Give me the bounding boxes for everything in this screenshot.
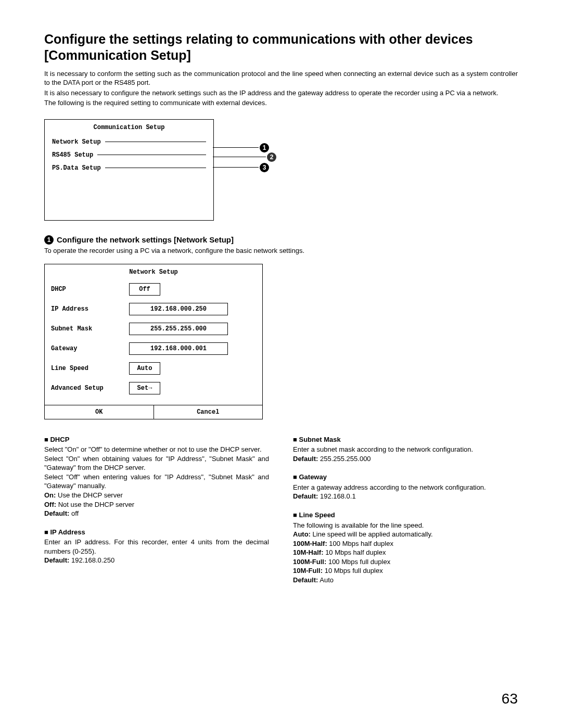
net-value-ip[interactable]: 192.168.000.250	[129, 303, 228, 315]
key: 10M-Half:	[293, 548, 324, 556]
value: Line speed will be applied automatically…	[311, 530, 433, 538]
section-heading: 1 Configure the network settings [Networ…	[44, 235, 518, 245]
right-column: ■ Subnet Mask Enter a subnet mask accord…	[293, 435, 518, 594]
key: Default:	[44, 509, 69, 517]
cancel-button[interactable]: Cancel	[154, 405, 263, 419]
intro-p1: It is necessary to conform the setting s…	[44, 69, 518, 87]
key: 100M-Full:	[293, 558, 326, 566]
intro-p3: The following is the required setting to…	[44, 98, 518, 108]
callout-3: 3	[213, 163, 269, 172]
section-number-badge: 1	[44, 235, 54, 245]
key: On:	[44, 491, 56, 499]
communication-setup-box: Communication Setup Network Setup RS485 …	[44, 119, 263, 221]
key: 10M-Full:	[293, 567, 323, 574]
net-label: Advanced Setup	[51, 385, 129, 392]
callout-badge: 2	[267, 152, 276, 162]
section-desc: To operate the recorder using a PC via a…	[44, 247, 518, 254]
left-column: ■ DHCP Select "On" or "Off" to determine…	[44, 435, 269, 594]
callout-1: 1	[213, 143, 269, 152]
value: 100 Mbps full duplex	[326, 558, 390, 566]
net-value-linespeed[interactable]: Auto	[129, 362, 160, 375]
menu-leader-line	[97, 155, 206, 155]
desc-text: Enter a subnet mask according to the net…	[293, 445, 473, 453]
desc-linespeed: ■ Line Speed The following is available …	[293, 510, 518, 584]
value: Auto	[318, 576, 334, 584]
net-label: Gateway	[51, 345, 129, 352]
net-value-gateway[interactable]: 192.168.000.001	[129, 342, 228, 355]
desc-text: Enter an IP address. For this recorder, …	[44, 538, 269, 555]
callout-badge: 3	[260, 163, 269, 172]
value: 192.168.0.1	[318, 492, 355, 500]
value: 100 Mbps half duplex	[327, 540, 393, 547]
desc-text: Enter a gateway address according to the…	[293, 483, 486, 491]
net-value-advanced[interactable]: Set→	[129, 382, 160, 394]
callout-badge: 1	[260, 143, 269, 152]
net-row-linespeed: Line Speed Auto	[51, 362, 256, 375]
key: Auto:	[293, 530, 311, 538]
desc-text: Select "Off" when entering values for "I…	[44, 473, 269, 490]
net-label: DHCP	[51, 286, 129, 293]
net-row-advanced: Advanced Setup Set→	[51, 382, 256, 394]
description-columns: ■ DHCP Select "On" or "Off" to determine…	[44, 435, 518, 594]
value: 255.255.255.000	[318, 455, 371, 463]
net-label: Line Speed	[51, 365, 129, 372]
menu-item-label: RS485 Setup	[52, 151, 93, 159]
menu-item-rs485-setup[interactable]: RS485 Setup	[52, 150, 206, 160]
callout-2: 2	[213, 152, 276, 162]
menu-leader-line	[105, 168, 206, 168]
net-value-subnet[interactable]: 255.255.255.000	[129, 323, 228, 335]
menu-leader-line	[105, 142, 206, 142]
section-title: Configure the network settings [Network …	[57, 235, 234, 244]
net-row-dhcp: DHCP Off	[51, 283, 256, 296]
value: 10 Mbps half duplex	[324, 548, 386, 556]
desc-title: ■ IP Address	[44, 528, 269, 537]
menu-item-network-setup[interactable]: Network Setup	[52, 137, 206, 147]
net-label: Subnet Mask	[51, 325, 129, 333]
desc-ip: ■ IP Address Enter an IP address. For th…	[44, 528, 269, 565]
network-setup-box: Network Setup DHCP Off IP Address 192.16…	[44, 264, 263, 419]
comm-box-title: Communication Setup	[45, 120, 213, 134]
desc-title: ■ Line Speed	[293, 510, 518, 520]
desc-text: The following is available for the line …	[293, 521, 424, 529]
net-box-title: Network Setup	[45, 264, 262, 283]
desc-dhcp: ■ DHCP Select "On" or "Off" to determine…	[44, 435, 269, 518]
desc-gateway: ■ Gateway Enter a gateway address accord…	[293, 472, 518, 501]
intro-p2: It is also necessary to configure the ne…	[44, 88, 518, 98]
key: Default:	[293, 576, 318, 584]
key: 100M-Half:	[293, 540, 327, 547]
key: Off:	[44, 501, 56, 508]
desc-title: ■ Gateway	[293, 472, 518, 482]
value: off	[69, 509, 79, 517]
key: Default:	[44, 556, 69, 564]
value: 192.168.0.250	[69, 556, 114, 564]
menu-item-label: PS.Data Setup	[52, 164, 101, 172]
value: Use the DHCP server	[56, 491, 122, 499]
key: Default:	[293, 455, 318, 463]
intro-block: It is necessary to conform the setting s…	[44, 69, 518, 108]
page-title: Configure the settings relating to commu…	[44, 31, 518, 64]
net-label: IP Address	[51, 305, 129, 313]
net-row-gateway: Gateway 192.168.000.001	[51, 342, 256, 355]
desc-text: Select "On" or "Off" to determine whethe…	[44, 445, 262, 453]
key: Default:	[293, 492, 318, 500]
menu-item-psdata-setup[interactable]: PS.Data Setup	[52, 163, 206, 173]
desc-title: ■ DHCP	[44, 435, 269, 444]
value: 10 Mbps full duplex	[323, 567, 383, 574]
desc-text: Select "On" when obtaining values for "I…	[44, 455, 269, 472]
net-value-dhcp[interactable]: Off	[129, 283, 160, 296]
desc-subnet: ■ Subnet Mask Enter a subnet mask accord…	[293, 435, 518, 464]
value: Not use the DHCP server	[56, 501, 134, 508]
menu-item-label: Network Setup	[52, 138, 101, 146]
ok-button[interactable]: OK	[45, 405, 154, 419]
net-row-ip: IP Address 192.168.000.250	[51, 303, 256, 315]
net-row-subnet: Subnet Mask 255.255.255.000	[51, 323, 256, 335]
desc-title: ■ Subnet Mask	[293, 435, 518, 444]
page-number: 63	[502, 691, 518, 707]
